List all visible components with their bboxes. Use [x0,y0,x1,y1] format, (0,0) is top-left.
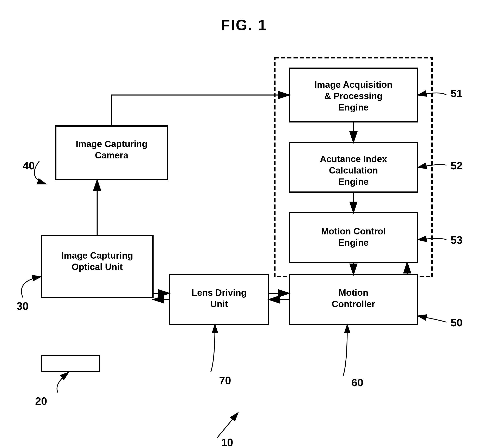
svg-text:Acutance Index: Acutance Index [320,154,387,164]
svg-text:40: 40 [23,160,35,172]
svg-text:30: 30 [16,300,29,312]
fig-title: FIG. 1 [0,0,488,33]
svg-text:Controller: Controller [332,299,375,309]
svg-text:10: 10 [221,436,233,448]
svg-text:Lens Driving: Lens Driving [192,288,247,298]
svg-text:52: 52 [451,160,463,172]
svg-text:20: 20 [35,395,47,407]
svg-text:Engine: Engine [338,176,369,187]
svg-text:Camera: Camera [95,150,128,160]
svg-text:Image Capturing: Image Capturing [61,250,133,260]
svg-text:Engine: Engine [338,102,369,112]
svg-text:Image Capturing: Image Capturing [76,139,147,149]
svg-text:51: 51 [451,87,463,99]
svg-text:Optical Unit: Optical Unit [72,262,123,272]
svg-text:50: 50 [451,317,463,329]
svg-text:Motion Control: Motion Control [321,226,386,236]
svg-text:Image Acquisition: Image Acquisition [314,80,392,90]
svg-text:Engine: Engine [338,238,369,248]
svg-text:Calculation: Calculation [329,165,378,175]
svg-rect-10 [41,355,99,372]
svg-text:& Processing: & Processing [324,91,382,101]
svg-text:53: 53 [451,234,463,246]
svg-text:Motion: Motion [339,288,368,298]
svg-text:70: 70 [219,375,231,386]
svg-text:60: 60 [351,376,363,389]
svg-text:Unit: Unit [210,299,228,309]
